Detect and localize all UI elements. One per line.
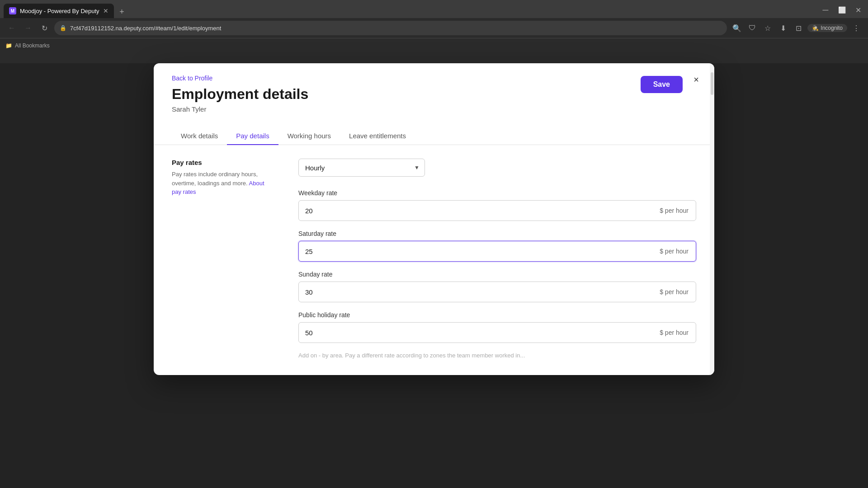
bottom-note: Add on - by area. Pay a different rate a… [298,352,696,361]
tab-favicon: M [9,7,16,14]
weekday-rate-input-wrapper: $ per hour [298,200,696,221]
toolbar-actions: 🔍 🛡 ☆ ⬇ ⊡ 🕵 Incognito ⋮ [731,22,863,34]
tab-close-button[interactable]: ✕ [103,7,108,14]
browser-chrome: M Moodjoy - Powered By Deputy ✕ + ─ ⬜ ✕ … [0,0,868,63]
public-holiday-rate-input[interactable] [299,323,652,343]
weekday-rate-group: Weekday rate $ per hour [298,189,696,221]
shield-icon[interactable]: 🛡 [746,22,759,34]
weekday-rate-label: Weekday rate [298,189,696,197]
back-to-profile-link[interactable]: Back to Profile [172,75,212,82]
weekday-rate-input[interactable] [299,201,652,221]
public-holiday-rate-input-wrapper: $ per hour [298,322,696,343]
modal-overlay: × Save Back to Profile Employment detail… [0,63,868,488]
sunday-rate-suffix: $ per hour [652,288,696,296]
saturday-rate-group: Saturday rate $ per hour [298,230,696,262]
download-icon[interactable]: ⬇ [777,22,789,34]
browser-tabs-bar: M Moodjoy - Powered By Deputy ✕ + ─ ⬜ ✕ [0,0,868,18]
address-bar[interactable]: 🔒 7cf47d19112152.na.deputy.com/#team/1/e… [54,21,727,35]
sunday-rate-input[interactable] [299,282,652,302]
tab-work-details[interactable]: Work details [172,127,227,145]
bookmarks-bar: 📁 All Bookmarks [0,38,868,52]
modal-content: Pay rates Pay rates include ordinary hou… [154,145,714,375]
sidebar-icon[interactable]: ⊡ [792,22,805,34]
modal-scrollbar[interactable] [710,63,714,375]
reload-button[interactable]: ↻ [38,22,51,34]
incognito-label: Incognito [821,25,843,31]
minimize-button[interactable]: ─ [819,4,832,16]
window-close-button[interactable]: ✕ [852,4,864,16]
saturday-rate-input-wrapper: $ per hour [298,241,696,262]
saturday-rate-label: Saturday rate [298,230,696,237]
modal-scrollbar-thumb[interactable] [711,72,713,95]
public-holiday-rate-suffix: $ per hour [652,329,696,336]
maximize-button[interactable]: ⬜ [835,4,848,16]
pay-rates-type-row: Hourly Salary Custom ▼ [298,159,696,177]
save-button[interactable]: Save [641,76,683,93]
saturday-rate-input[interactable] [299,241,652,261]
bookmarks-folder-icon: 📁 [5,42,12,49]
new-tab-button[interactable]: + [116,5,128,18]
tab-title: Moodjoy - Powered By Deputy [20,8,99,14]
lock-icon: 🔒 [60,25,66,31]
modal-close-button[interactable]: × [689,72,703,87]
browser-toolbar: ← → ↻ 🔒 7cf47d19112152.na.deputy.com/#te… [0,18,868,38]
pay-rates-description: Pay rates include ordinary hours, overti… [172,170,271,197]
sunday-rate-group: Sunday rate $ per hour [298,271,696,302]
sunday-rate-label: Sunday rate [298,271,696,278]
incognito-icon: 🕵 [812,25,819,31]
url-text: 7cf47d19112152.na.deputy.com/#team/1/edi… [70,25,221,32]
tab-leave-entitlements[interactable]: Leave entitlements [340,127,415,145]
incognito-badge: 🕵 Incognito [807,24,847,32]
public-holiday-rate-group: Public holiday rate $ per hour [298,311,696,343]
active-tab[interactable]: M Moodjoy - Powered By Deputy ✕ [4,4,114,18]
saturday-rate-suffix: $ per hour [652,248,696,255]
search-icon[interactable]: 🔍 [731,22,743,34]
right-panel: Hourly Salary Custom ▼ Weekday rate $ pe… [298,159,696,361]
pay-rates-section-label: Pay rates [172,159,271,166]
weekday-rate-suffix: $ per hour [652,207,696,214]
left-panel: Pay rates Pay rates include ordinary hou… [172,159,271,361]
page-title: Employment details [172,86,696,103]
bookmarks-label: 📁 All Bookmarks [5,42,50,49]
pay-rate-type-select[interactable]: Hourly Salary Custom [298,159,425,177]
tab-working-hours[interactable]: Working hours [278,127,340,145]
employee-name: Sarah Tyler [172,105,696,113]
more-options-icon[interactable]: ⋮ [850,22,863,34]
bookmark-icon[interactable]: ☆ [761,22,774,34]
employment-details-modal: × Save Back to Profile Employment detail… [154,63,714,375]
tab-pay-details[interactable]: Pay details [227,127,278,145]
public-holiday-rate-label: Public holiday rate [298,311,696,319]
tabs-navigation: Work details Pay details Working hours L… [154,118,714,145]
back-button[interactable]: ← [5,22,18,34]
sunday-rate-input-wrapper: $ per hour [298,282,696,302]
forward-button[interactable]: → [22,22,34,34]
pay-rate-type-selector[interactable]: Hourly Salary Custom ▼ [298,159,425,177]
modal-header: Back to Profile Employment details Sarah… [154,63,714,113]
